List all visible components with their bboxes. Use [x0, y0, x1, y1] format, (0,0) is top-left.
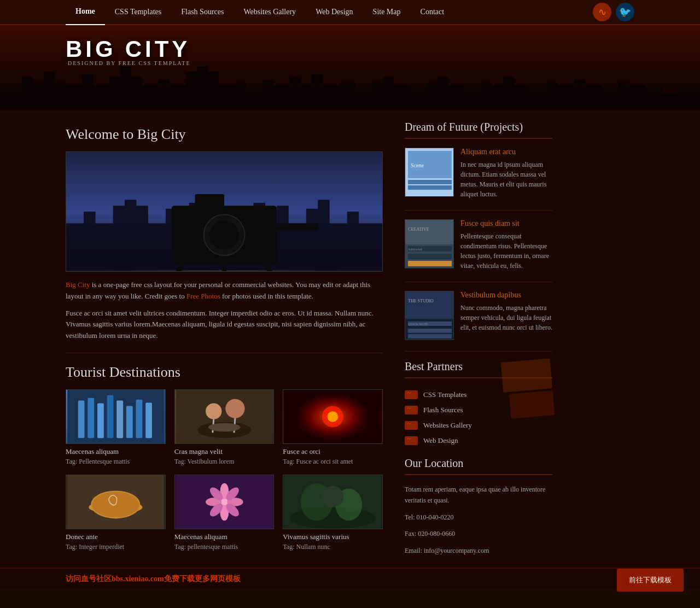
svg-point-48 [322, 486, 343, 507]
project-info-1: Aliquam erat arcu In nec magna id ipsum … [460, 148, 552, 199]
thumb-image-pencils [66, 389, 166, 444]
svg-rect-4 [195, 194, 224, 209]
content-area: Welcome to Big City [0, 110, 399, 568]
project-thumb-3: THE STUDIO QUICK NOTE [405, 291, 454, 340]
thumb-tag-1: Tag: Pellentesque mattis [66, 458, 166, 466]
svg-rect-14 [97, 403, 104, 438]
thumb-item-1: Maecenas aliquam Tag: Pellentesque matti… [66, 389, 166, 466]
decorative-boxes [501, 358, 555, 419]
thumbnail-grid: Maecenas aliquam Tag: Pellentesque matti… [66, 389, 383, 551]
svg-rect-62 [405, 291, 454, 319]
svg-rect-52 [408, 185, 452, 190]
project-title-1: Aliquam erat arcu [460, 148, 552, 156]
svg-text:QUICK NOTE: QUICK NOTE [408, 323, 428, 326]
nav-home[interactable]: Home [66, 0, 105, 26]
svg-rect-15 [107, 395, 114, 438]
project-divider-2 [405, 282, 552, 282]
svg-rect-19 [145, 403, 152, 439]
project-title-3: Vestibulum dapibus [460, 291, 552, 300]
svg-rect-59 [408, 254, 452, 259]
nav-css-templates[interactable]: CSS Templates [105, 0, 172, 25]
location-title: Our Location [405, 457, 552, 470]
thumb-title-5: Maecenas aliquam [174, 533, 275, 541]
thumb-title-4: Donec ante [66, 533, 166, 541]
svg-text:Scene: Scene [411, 162, 424, 168]
thumb-title-1: Maecenas aliquam [66, 447, 166, 456]
project-desc-1: In nec magna id ipsum aliquam dictum. Et… [460, 160, 552, 199]
nav-flash-sources[interactable]: Flash Sources [171, 0, 234, 25]
thumb-title-2: Cras magna velit [174, 447, 275, 456]
section-divider-1 [66, 353, 383, 353]
location-section: Our Location Totam rem aperiam, eaque ip… [405, 457, 552, 556]
logo-subtitle: DESIGNED BY FREE CSS TEMPLATE [68, 60, 634, 66]
project-info-2: Fusce quis diam sit Pellentesque consequ… [460, 219, 552, 271]
thumb-title-6: Vivamus sagittis varius [283, 533, 383, 541]
download-button[interactable]: 前往下载模板 [617, 569, 684, 589]
svg-rect-66 [408, 329, 452, 333]
projects-title: Dream of Future (Projects) [405, 121, 552, 133]
project-title-2: Fusce quis diam sit [460, 219, 552, 228]
project-desc-3: Nunc commodo, magna pharetra semper vehi… [460, 303, 552, 332]
navigation-bar: Home CSS Templates Flash Sources Website… [0, 0, 700, 25]
thumb-image-bowl [66, 475, 166, 529]
project-divider-1 [405, 210, 552, 211]
thumb-image-birds [174, 389, 275, 444]
site-logo: BIGCITY [66, 36, 190, 62]
partner-wave-icon-2 [405, 406, 418, 414]
svg-rect-10 [271, 223, 318, 230]
partner-wave-icon [405, 390, 418, 399]
svg-text:Additional: Additional [408, 248, 422, 251]
svg-rect-51 [408, 180, 452, 184]
svg-point-30 [328, 411, 339, 422]
svg-text:THE STUDIO: THE STUDIO [408, 299, 434, 303]
svg-rect-18 [136, 400, 143, 439]
thumb-item-5: Maecenas aliquam Tag: pellentesque matti… [174, 475, 275, 551]
thumb-item-4: Donec ante Tag: Integer imperdiet [66, 475, 166, 551]
svg-rect-17 [126, 406, 133, 438]
big-city-link[interactable]: Big City [66, 280, 90, 289]
main-wrapper: Welcome to Big City [0, 110, 700, 568]
twitter-icon[interactable]: 🐦 [616, 3, 634, 21]
partners-section: Best Partners CSS Templates Flash Source… [405, 360, 552, 448]
thumb-image-lights [283, 389, 383, 444]
nav-web-design[interactable]: Web Design [306, 0, 363, 25]
svg-rect-67 [408, 334, 452, 338]
svg-rect-16 [116, 401, 123, 439]
project-divider-3 [405, 351, 552, 352]
location-fax: Fax: 020-080-0660 [405, 528, 552, 539]
partner-wave-icon-3 [405, 421, 418, 430]
partner-websites-gallery[interactable]: Websites Gallery [405, 418, 552, 433]
project-thumb-1: Scene [405, 148, 454, 197]
thumb-tag-3: Tag: Fusce ac orci sit amet [283, 458, 383, 466]
location-description: Totam rem aperiam, eaque ipsa quae ab il… [405, 484, 552, 506]
projects-divider [405, 138, 552, 139]
thumb-title-3: Fusce ac orci [283, 447, 383, 456]
intro-paragraph-2: Fusce ac orci sit amet velit ultrices co… [66, 308, 383, 342]
location-email: Email: info@yourcompany.com [405, 545, 552, 556]
thumb-tag-4: Tag: Integer imperdiet [66, 543, 166, 551]
location-divider [405, 474, 552, 475]
svg-rect-55 [405, 220, 454, 244]
project-desc-2: Pellentesque consequat condimentum risus… [460, 231, 552, 271]
rss-icon[interactable]: ∿ [593, 3, 611, 21]
svg-point-26 [208, 423, 241, 432]
thumb-tag-2: Tag: Vestibulum lorem [174, 458, 275, 466]
thumb-item-3: Fusce ac orci Tag: Fusce ac orci sit ame… [283, 389, 383, 466]
free-photos-link[interactable]: Free Photos [186, 292, 220, 300]
nav-contact[interactable]: Contact [411, 0, 454, 25]
thumb-image-nature [283, 475, 383, 529]
nav-icons: ∿ 🐦 [593, 3, 634, 21]
svg-rect-60 [408, 261, 452, 266]
svg-rect-12 [78, 401, 85, 439]
thumb-item-2: Cras magna velit Tag: Vestibulum lorem [174, 389, 275, 466]
nav-site-map[interactable]: Site Map [363, 0, 411, 25]
nav-websites-gallery[interactable]: Websites Gallery [234, 0, 306, 25]
svg-point-22 [206, 403, 221, 419]
thumb-item-6: Vivamus sagittis varius Tag: Nullam nunc [283, 475, 383, 551]
footer-text: 访问血号社区bbs.xieniao.com免费下载更多网页模板 [66, 575, 241, 583]
hero-image [66, 151, 383, 272]
svg-marker-0 [0, 66, 700, 110]
partner-web-design[interactable]: Web Design [405, 433, 552, 448]
project-item-2: CREATIVE Additional Fusce quis diam sit … [405, 219, 552, 271]
location-tel: Tel: 010-040-0220 [405, 512, 552, 523]
